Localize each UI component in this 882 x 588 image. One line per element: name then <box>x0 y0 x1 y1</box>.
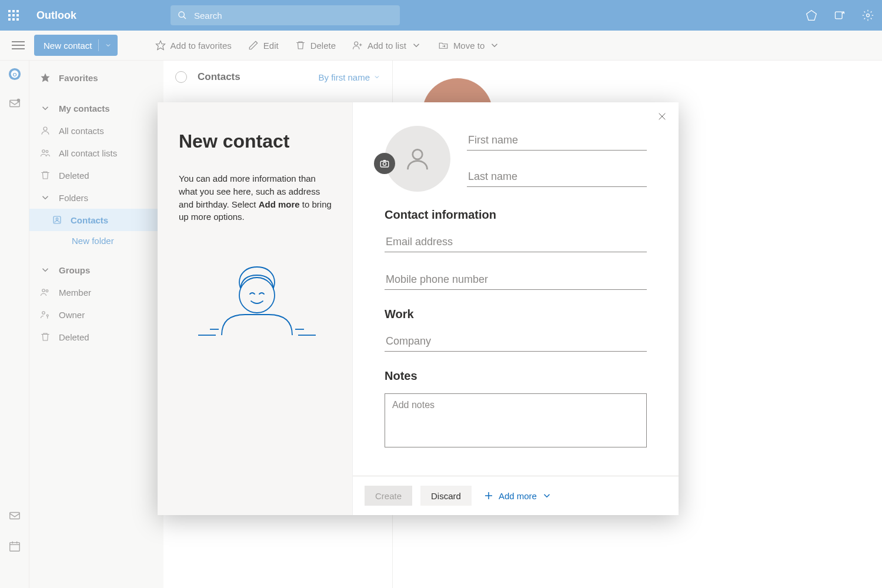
camera-button[interactable] <box>374 153 395 174</box>
chevron-down-icon <box>542 490 552 501</box>
contact-photo-placeholder[interactable] <box>385 126 450 192</box>
discard-button[interactable]: Discard <box>420 486 472 506</box>
illustration <box>179 259 335 341</box>
add-more-button[interactable]: Add more <box>483 490 552 501</box>
svg-point-34 <box>383 162 386 165</box>
camera-icon <box>379 158 390 169</box>
last-name-input[interactable] <box>467 167 647 187</box>
close-icon <box>657 112 667 121</box>
create-button[interactable]: Create <box>365 486 412 506</box>
plus-icon <box>483 490 494 501</box>
mobile-phone-input[interactable] <box>385 270 647 290</box>
modal-title: New contact <box>179 131 335 152</box>
notes-textarea[interactable] <box>385 393 647 447</box>
company-input[interactable] <box>385 332 647 352</box>
section-contact-info: Contact information <box>385 208 647 222</box>
modal-info-panel: New contact You can add more information… <box>158 102 353 515</box>
section-work: Work <box>385 308 647 321</box>
person-icon <box>405 146 430 172</box>
new-contact-modal: New contact You can add more information… <box>158 102 679 515</box>
close-button[interactable] <box>657 112 667 124</box>
modal-footer: Create Discard Add more <box>353 476 679 515</box>
first-name-input[interactable] <box>467 131 647 151</box>
svg-point-35 <box>413 149 423 159</box>
email-input[interactable] <box>385 232 647 252</box>
modal-help-text: You can add more information than what y… <box>179 172 335 223</box>
svg-point-26 <box>239 278 275 313</box>
section-notes: Notes <box>385 369 647 383</box>
